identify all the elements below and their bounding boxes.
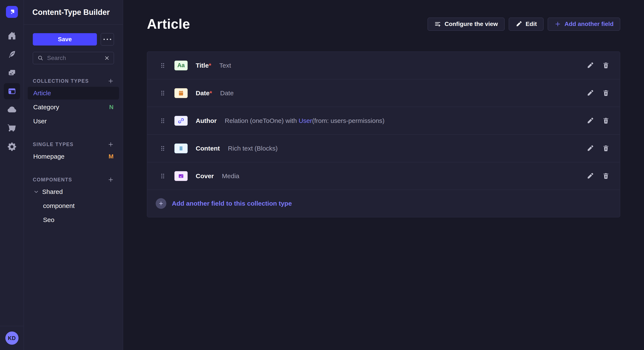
add-field-footer[interactable]: Add another field to this collection typ… [147, 190, 620, 217]
configure-list-icon [434, 21, 441, 27]
sidebar-group-shared[interactable]: Shared [28, 185, 119, 198]
chevron-down-icon [33, 189, 39, 195]
section-label: SINGLE TYPES [33, 142, 74, 147]
main-header: Article Configure the view Edit Add a [147, 16, 620, 32]
pencil-icon [586, 117, 594, 125]
add-single-type-button[interactable] [108, 141, 114, 148]
sidebar-item-settings[interactable] [4, 139, 20, 155]
required-marker: * [209, 62, 211, 69]
nav-item-label: component [43, 202, 74, 209]
more-options-button[interactable] [101, 33, 114, 45]
section-components-header: COMPONENTS [33, 176, 114, 183]
drag-dots-icon [159, 145, 166, 152]
fields-panel: Aa Title* Text [147, 51, 620, 217]
save-action-row: Save [33, 33, 114, 45]
plus-icon [554, 21, 561, 27]
image-icon [178, 173, 185, 180]
strapi-logo[interactable] [6, 6, 18, 18]
status-badge-modified: M [108, 153, 114, 160]
row-actions [586, 145, 610, 152]
edit-field-button[interactable] [586, 89, 594, 97]
rail-bottom: KD [0, 326, 24, 350]
field-type: Media [222, 173, 239, 180]
add-component-button[interactable] [108, 176, 114, 183]
sidebar-item-marketplace[interactable] [4, 120, 20, 136]
trash-icon [602, 117, 610, 125]
edit-field-button[interactable] [586, 62, 594, 69]
nav-group-label: Shared [42, 188, 63, 195]
link-icon [178, 117, 185, 124]
field-type: Date [220, 90, 234, 97]
sidebar-item-deploy-cloud[interactable] [4, 102, 20, 118]
add-collection-type-button[interactable] [108, 78, 114, 84]
configure-view-label: Configure the view [444, 21, 498, 27]
drag-handle[interactable] [159, 62, 166, 69]
trash-icon [602, 145, 610, 152]
search-input[interactable] [47, 55, 100, 61]
sidebar-item-seo[interactable]: Seo [28, 213, 119, 226]
add-field-circle-button[interactable] [156, 198, 166, 209]
content-type-builder-icon [8, 87, 16, 95]
rail-icon-list [4, 28, 20, 155]
field-name: Date* [196, 90, 212, 97]
user-avatar[interactable]: KD [5, 332, 18, 345]
delete-field-button[interactable] [602, 89, 610, 97]
sidebar-item-component[interactable]: component [28, 199, 119, 212]
add-another-field-button[interactable]: Add another field [548, 18, 620, 31]
edit-field-button[interactable] [586, 145, 594, 152]
date-field-icon [174, 88, 188, 98]
sidebar-item-home[interactable] [4, 28, 20, 44]
sidebar-item-category[interactable]: Category N [28, 101, 119, 114]
delete-field-button[interactable] [602, 62, 610, 69]
delete-field-button[interactable] [602, 145, 610, 152]
field-row-author: Author Relation (oneToOne) with User(fro… [147, 107, 620, 135]
row-actions [586, 89, 610, 97]
pencil-icon [586, 145, 594, 152]
sidebar-item-article[interactable]: Article [28, 87, 119, 100]
plus-icon [108, 141, 114, 148]
delete-field-button[interactable] [602, 117, 610, 125]
marketplace-cart-icon [8, 124, 16, 133]
configure-view-button[interactable]: Configure the view [428, 18, 504, 31]
pencil-icon [586, 172, 594, 180]
drag-dots-icon [159, 117, 166, 124]
add-field-footer-label[interactable]: Add another field to this collection typ… [172, 200, 292, 207]
plugin-sidebar-body: Save COLLECTION TYPES [24, 25, 123, 227]
edit-button[interactable]: Edit [509, 18, 544, 31]
edit-field-button[interactable] [586, 117, 594, 125]
drag-handle[interactable] [159, 90, 166, 97]
header-buttons: Configure the view Edit Add another fiel… [428, 18, 620, 31]
drag-handle[interactable] [159, 117, 166, 124]
row-actions [586, 62, 610, 69]
sidebar-item-media-library[interactable] [4, 65, 20, 81]
content-type-builder-app: KD Content-Type Builder Save [0, 0, 644, 350]
close-icon [104, 55, 110, 61]
trash-icon [602, 172, 610, 180]
field-name: Title* [196, 62, 211, 69]
nav-item-label: Homepage [33, 153, 64, 160]
relation-target-link[interactable]: User [298, 117, 312, 124]
sidebar-item-homepage[interactable]: Homepage M [28, 150, 119, 163]
section-label: COLLECTION TYPES [33, 78, 89, 84]
delete-field-button[interactable] [602, 172, 610, 180]
settings-gear-icon [8, 143, 16, 151]
sidebar-item-content-type-builder[interactable] [4, 83, 20, 99]
required-marker: * [210, 90, 212, 97]
plugin-sidebar: Content-Type Builder Save COLLECT [24, 0, 123, 350]
cloud-icon [8, 105, 16, 114]
text-field-icon: Aa [174, 61, 188, 70]
sidebar-item-user[interactable]: User [28, 115, 119, 128]
drag-handle[interactable] [159, 173, 166, 180]
section-collection-types-header: COLLECTION TYPES [33, 78, 114, 84]
home-icon [8, 31, 16, 40]
blocks-field-icon [174, 144, 188, 153]
save-button[interactable]: Save [33, 33, 97, 45]
drag-handle[interactable] [159, 145, 166, 152]
field-row-title: Aa Title* Text [147, 52, 620, 79]
search-box [33, 52, 114, 64]
edit-field-button[interactable] [586, 172, 594, 180]
nav-item-label: User [33, 118, 47, 125]
edit-label: Edit [526, 21, 537, 27]
clear-search-button[interactable] [104, 55, 110, 61]
sidebar-item-content-manager[interactable] [4, 46, 20, 62]
